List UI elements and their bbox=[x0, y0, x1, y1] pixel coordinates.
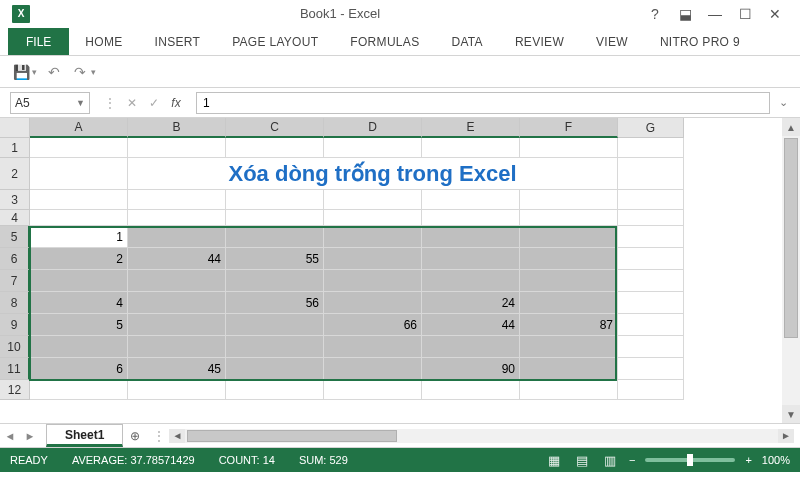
row-header-8[interactable]: 8 bbox=[0, 292, 30, 314]
tab-data[interactable]: DATA bbox=[435, 28, 498, 55]
cell-F12[interactable] bbox=[520, 380, 618, 400]
cell-C1[interactable] bbox=[226, 138, 324, 158]
cell-F9[interactable]: 87 bbox=[520, 314, 618, 336]
row-header-4[interactable]: 4 bbox=[0, 210, 30, 226]
cell-G3[interactable] bbox=[618, 190, 684, 210]
cell-C4[interactable] bbox=[226, 210, 324, 226]
col-header-E[interactable]: E bbox=[422, 118, 520, 138]
zoom-slider-thumb[interactable] bbox=[687, 454, 693, 466]
cell-F1[interactable] bbox=[520, 138, 618, 158]
cell-B8[interactable] bbox=[128, 292, 226, 314]
horizontal-scrollbar[interactable]: ◄ ► bbox=[169, 429, 794, 443]
cell-G6[interactable] bbox=[618, 248, 684, 270]
cell-B6[interactable]: 44 bbox=[128, 248, 226, 270]
select-all-corner[interactable] bbox=[0, 118, 30, 138]
cell-C10[interactable] bbox=[226, 336, 324, 358]
view-page-layout-icon[interactable]: ▤ bbox=[573, 453, 591, 468]
cell-E12[interactable] bbox=[422, 380, 520, 400]
zoom-out-icon[interactable]: − bbox=[629, 454, 635, 466]
cell-C9[interactable] bbox=[226, 314, 324, 336]
cell-A1[interactable] bbox=[30, 138, 128, 158]
col-header-A[interactable]: A bbox=[30, 118, 128, 138]
sheet-tab-active[interactable]: Sheet1 bbox=[46, 424, 123, 447]
cell-C7[interactable] bbox=[226, 270, 324, 292]
cell-B12[interactable] bbox=[128, 380, 226, 400]
cell-G4[interactable] bbox=[618, 210, 684, 226]
cell-A12[interactable] bbox=[30, 380, 128, 400]
row-header-7[interactable]: 7 bbox=[0, 270, 30, 292]
sheet-nav-next-icon[interactable]: ► bbox=[20, 424, 40, 447]
cell-C5[interactable] bbox=[226, 226, 324, 248]
zoom-in-icon[interactable]: + bbox=[745, 454, 751, 466]
cell-C12[interactable] bbox=[226, 380, 324, 400]
cell-B10[interactable] bbox=[128, 336, 226, 358]
row-header-12[interactable]: 12 bbox=[0, 380, 30, 400]
cell-D9[interactable]: 66 bbox=[324, 314, 422, 336]
cell-A2[interactable] bbox=[30, 158, 128, 190]
col-header-G[interactable]: G bbox=[618, 118, 684, 138]
hscroll-thumb[interactable] bbox=[187, 430, 397, 442]
row-header-10[interactable]: 10 bbox=[0, 336, 30, 358]
cell-D1[interactable] bbox=[324, 138, 422, 158]
cell-G11[interactable] bbox=[618, 358, 684, 380]
cell-A9[interactable]: 5 bbox=[30, 314, 128, 336]
tab-formulas[interactable]: FORMULAS bbox=[334, 28, 435, 55]
tab-review[interactable]: REVIEW bbox=[499, 28, 580, 55]
cell-D12[interactable] bbox=[324, 380, 422, 400]
tab-view[interactable]: VIEW bbox=[580, 28, 644, 55]
cell-D4[interactable] bbox=[324, 210, 422, 226]
cell-E10[interactable] bbox=[422, 336, 520, 358]
save-icon[interactable]: 💾 bbox=[12, 64, 30, 80]
cell-G9[interactable] bbox=[618, 314, 684, 336]
cell-D8[interactable] bbox=[324, 292, 422, 314]
cell-G8[interactable] bbox=[618, 292, 684, 314]
cell-E6[interactable] bbox=[422, 248, 520, 270]
cell-D6[interactable] bbox=[324, 248, 422, 270]
cell-E7[interactable] bbox=[422, 270, 520, 292]
add-sheet-icon[interactable]: ⊕ bbox=[123, 424, 147, 447]
cell-E8[interactable]: 24 bbox=[422, 292, 520, 314]
zoom-slider[interactable] bbox=[645, 458, 735, 462]
cell-G1[interactable] bbox=[618, 138, 684, 158]
tab-nitro[interactable]: NITRO PRO 9 bbox=[644, 28, 756, 55]
cell-C11[interactable] bbox=[226, 358, 324, 380]
cell-G5[interactable] bbox=[618, 226, 684, 248]
cell-B3[interactable] bbox=[128, 190, 226, 210]
row-header-5[interactable]: 5 bbox=[0, 226, 30, 248]
cell-G2[interactable] bbox=[618, 158, 684, 190]
cell-G7[interactable] bbox=[618, 270, 684, 292]
cell-E1[interactable] bbox=[422, 138, 520, 158]
view-normal-icon[interactable]: ▦ bbox=[545, 453, 563, 468]
row-header-2[interactable]: 2 bbox=[0, 158, 30, 190]
cell-A4[interactable] bbox=[30, 210, 128, 226]
col-header-D[interactable]: D bbox=[324, 118, 422, 138]
view-page-break-icon[interactable]: ▥ bbox=[601, 453, 619, 468]
cell-F3[interactable] bbox=[520, 190, 618, 210]
cell-A11[interactable]: 6 bbox=[30, 358, 128, 380]
scroll-right-icon[interactable]: ► bbox=[778, 429, 794, 443]
cell-B9[interactable] bbox=[128, 314, 226, 336]
col-header-C[interactable]: C bbox=[226, 118, 324, 138]
spreadsheet-grid[interactable]: A B C D E F G 1 2Xóa dòng trống trong Ex… bbox=[0, 118, 782, 423]
cell-B5[interactable] bbox=[128, 226, 226, 248]
cell-F5[interactable] bbox=[520, 226, 618, 248]
cell-E4[interactable] bbox=[422, 210, 520, 226]
col-header-B[interactable]: B bbox=[128, 118, 226, 138]
cell-title-merged[interactable]: Xóa dòng trống trong Excel bbox=[128, 158, 618, 190]
cell-F10[interactable] bbox=[520, 336, 618, 358]
cell-G10[interactable] bbox=[618, 336, 684, 358]
qat-dropdown-icon[interactable]: ▾ bbox=[32, 67, 37, 77]
cell-F6[interactable] bbox=[520, 248, 618, 270]
cell-B11[interactable]: 45 bbox=[128, 358, 226, 380]
cell-B4[interactable] bbox=[128, 210, 226, 226]
name-box-dropdown-icon[interactable]: ▼ bbox=[76, 98, 85, 108]
row-header-6[interactable]: 6 bbox=[0, 248, 30, 270]
minimize-icon[interactable]: — bbox=[702, 6, 728, 22]
zoom-level[interactable]: 100% bbox=[762, 454, 790, 466]
tab-home[interactable]: HOME bbox=[69, 28, 138, 55]
maximize-icon[interactable]: ☐ bbox=[732, 6, 758, 22]
cell-C8[interactable]: 56 bbox=[226, 292, 324, 314]
row-header-11[interactable]: 11 bbox=[0, 358, 30, 380]
formula-input[interactable]: 1 bbox=[196, 92, 770, 114]
cell-A10[interactable] bbox=[30, 336, 128, 358]
